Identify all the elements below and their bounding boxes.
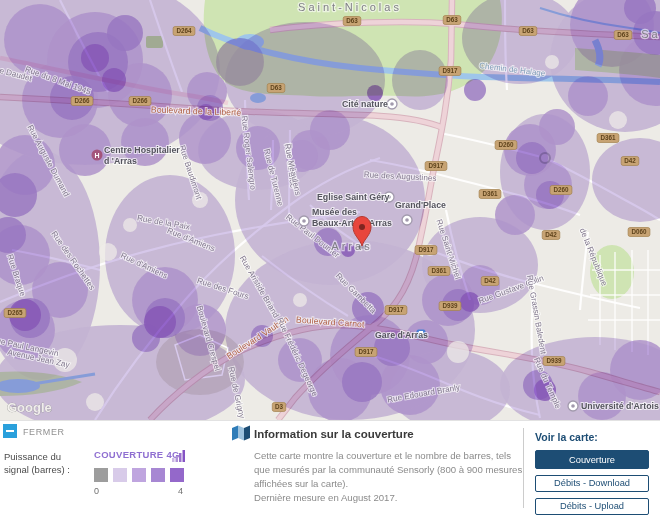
minus-icon [6, 430, 14, 432]
road-badge: D63 [267, 84, 285, 93]
svg-text:D63: D63 [346, 17, 358, 24]
svg-text:D3: D3 [275, 403, 284, 410]
svg-text:D060: D060 [631, 228, 647, 235]
poi-label: Eglise Saint Géry [317, 192, 389, 202]
poi: Cité nature [342, 99, 397, 109]
legend-scale: 0 4 [94, 486, 183, 496]
coverage-app: Rue du 8 Mai 1945Boulevard de la Liberté… [0, 0, 660, 518]
road-badge: D42 [542, 231, 560, 240]
road-badge: D265 [4, 309, 26, 318]
legend-swatch [132, 468, 146, 482]
svg-text:D264: D264 [176, 27, 192, 34]
place-label: Saint-Nicolas [298, 1, 402, 13]
view-buttons: CouvertureDébits - DownloadDébits - Uplo… [535, 450, 649, 515]
svg-text:D260: D260 [498, 141, 514, 148]
svg-text:D361: D361 [482, 190, 498, 197]
place-label: Sa [641, 28, 660, 40]
road-badge: D260 [495, 141, 517, 150]
poi-label: Université d'Artois [581, 401, 659, 411]
view-title: Voir la carte: [535, 431, 649, 443]
info-body-text: Cette carte montre la couverture et le n… [254, 449, 524, 491]
svg-text:D361: D361 [431, 267, 447, 274]
svg-text:D939: D939 [442, 302, 458, 309]
info-title: Information sur la couverture [254, 428, 414, 440]
poi: Gare d'Arras [375, 330, 428, 341]
road-badge: D917 [439, 67, 461, 76]
road-badge: D917 [385, 306, 407, 315]
signal-bars-icon [172, 448, 186, 466]
svg-text:D265: D265 [7, 309, 23, 316]
road-badge: D63 [343, 17, 361, 26]
poi: Université d'Artois [568, 401, 659, 411]
svg-text:D63: D63 [522, 27, 534, 34]
road-badge: D42 [621, 157, 639, 166]
road-badge: D361 [597, 134, 619, 143]
road-badge: D361 [428, 267, 450, 276]
legend-swatches [94, 468, 184, 482]
svg-text:D260: D260 [553, 186, 569, 193]
road-badge: D63 [443, 16, 461, 25]
road-badge: D917 [415, 246, 437, 255]
poi-label: Beaux-Arts d'Arras [312, 218, 392, 228]
svg-text:D63: D63 [446, 16, 458, 23]
road-badge: D63 [614, 31, 632, 40]
info-body-note: Dernière mesure en August 2017. [254, 491, 524, 505]
svg-text:D917: D917 [428, 162, 444, 169]
map-view-button[interactable]: Couverture [535, 450, 649, 469]
svg-text:D63: D63 [617, 31, 629, 38]
legend-title: COUVERTURE 4G [94, 449, 180, 460]
legend-swatch [151, 468, 165, 482]
road-badge: D266 [129, 97, 151, 106]
legend-swatch [113, 468, 127, 482]
road-badge: D917 [425, 162, 447, 171]
map-view-button[interactable]: Débits - Upload [535, 498, 649, 515]
poi-label: Cité nature [342, 99, 388, 109]
road-badge: D42 [481, 277, 499, 286]
svg-text:D63: D63 [270, 84, 282, 91]
svg-text:H: H [94, 152, 99, 159]
svg-text:D917: D917 [388, 306, 404, 313]
road-badge: D917 [355, 348, 377, 357]
svg-text:D42: D42 [545, 231, 557, 238]
legend-swatch [170, 468, 184, 482]
place-label: Arras [331, 240, 372, 252]
legend-max: 4 [178, 486, 183, 496]
svg-text:D266: D266 [74, 97, 90, 104]
road-badge: D266 [71, 97, 93, 106]
road-badge: D260 [550, 186, 572, 195]
close-panel-label[interactable]: FERMER [23, 427, 65, 437]
legend-min: 0 [94, 486, 99, 496]
svg-text:D266: D266 [132, 97, 148, 104]
road-badge: D63 [519, 27, 537, 36]
svg-text:D361: D361 [600, 134, 616, 141]
svg-text:D917: D917 [442, 67, 458, 74]
map-view-button[interactable]: Débits - Download [535, 475, 649, 492]
svg-text:D42: D42 [484, 277, 496, 284]
poi-label: d 'Arras [104, 156, 137, 166]
coverage-map[interactable]: Rue du 8 Mai 1945Boulevard de la Liberté… [0, 0, 660, 420]
poi-label: Musée des [312, 207, 357, 217]
legend-panel: FERMER Puissance du signal (barres) : CO… [0, 420, 660, 518]
close-panel-button[interactable] [3, 424, 17, 438]
panel-divider [523, 428, 524, 508]
road-badge: D060 [628, 228, 650, 237]
legend-swatch [94, 468, 108, 482]
svg-text:D917: D917 [418, 246, 434, 253]
view-column: Voir la carte: CouvertureDébits - Downlo… [535, 431, 649, 518]
svg-text:D939: D939 [546, 357, 562, 364]
road-badge: D939 [439, 302, 461, 311]
poi-label: Gare d'Arras [375, 330, 428, 340]
road-badge: D264 [173, 27, 195, 36]
road-badge: D361 [479, 190, 501, 199]
poi: Eglise Saint Géry [317, 192, 394, 202]
poi-label: Centre Hospitalier [104, 145, 180, 155]
road-badge: D939 [543, 357, 565, 366]
signal-strength-label: Puissance du signal (barres) : [4, 451, 78, 477]
svg-text:D917: D917 [358, 348, 374, 355]
poi-label: Grand'Place [395, 200, 446, 210]
google-attribution[interactable]: Google [7, 400, 52, 415]
map-icon [232, 425, 250, 445]
svg-text:D42: D42 [624, 157, 636, 164]
info-body: Cette carte montre la couverture et le n… [254, 449, 524, 505]
road-badge: D3 [272, 403, 285, 412]
